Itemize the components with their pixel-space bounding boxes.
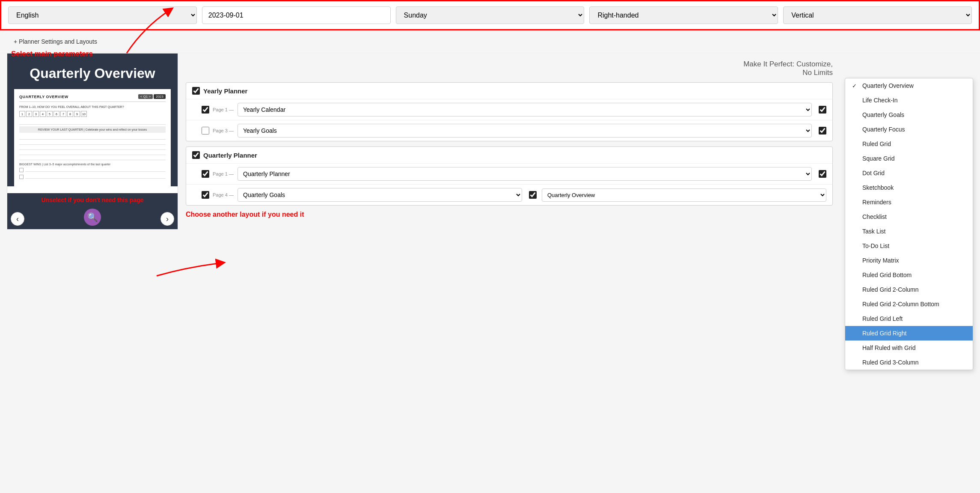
quarterly-planner-checkbox[interactable] <box>192 151 200 159</box>
preview-page-header-label: QUARTERLY OVERVIEW <box>19 95 68 99</box>
next-page-btn[interactable]: › <box>160 212 174 226</box>
dropdown-item-square-grid[interactable]: Square Grid <box>845 151 973 166</box>
quarterly-page1-checkbox[interactable] <box>202 170 209 178</box>
annotation-choose-layout: Choose another layout if you need it <box>186 211 833 218</box>
marketing-text: Make It Perfect: Customize, No Limits <box>186 53 833 82</box>
quarterly-page4-right-checkbox[interactable] <box>529 191 537 199</box>
preview-review-section: REVIEW YOUR LAST QUARTER | Celebrate you… <box>19 126 166 133</box>
orientation-select[interactable]: Vertical Horizontal <box>783 6 972 24</box>
quarterly-page4-select[interactable]: Quarterly Goals Quarterly Overview Quart… <box>238 188 522 202</box>
year-badge: 2023 <box>154 94 166 99</box>
preview-lines <box>19 135 166 160</box>
week-start-select[interactable]: Sunday Monday <box>396 6 585 24</box>
yearly-page1-checkbox[interactable] <box>202 106 209 114</box>
dropdown-item-reminders[interactable]: Reminders <box>845 195 973 209</box>
preview-question: FROM 1–10, HOW DO YOU FEEL OVERALL ABOUT… <box>19 105 166 108</box>
dropdown-item-half-ruled-grid[interactable]: Half Ruled with Grid <box>845 341 973 355</box>
prev-btn[interactable]: < Q1 > <box>138 94 153 99</box>
preview-wins-label: BIGGEST WINS | List 3–5 major accomplish… <box>19 163 166 166</box>
dropdown-item-quarterly-overview[interactable]: Quarterly Overview <box>845 78 973 93</box>
quarterly-page4-checkbox[interactable] <box>202 191 209 199</box>
quarterly-planner-label: Quarterly Planner <box>203 152 257 159</box>
yearly-page3-checkbox[interactable] <box>202 127 209 134</box>
quarterly-planner-header: Quarterly Planner <box>186 147 832 163</box>
yearly-page3-right-checkbox[interactable] <box>819 127 826 134</box>
quarterly-page4-item: Page 4 — Quarterly Goals Quarterly Overv… <box>186 184 832 205</box>
yearly-page3-item: Page 3 — Yearly Goals Yearly Calendar Ye… <box>186 120 832 141</box>
yearly-planner-label: Yearly Planner <box>203 87 247 95</box>
preview-panel: Quarterly Overview QUARTERLY OVERVIEW < … <box>7 53 178 230</box>
preview-page: QUARTERLY OVERVIEW < Q1 > 2023 FROM 1–10… <box>14 89 171 186</box>
quarterly-page1-select[interactable]: Quarterly Planner Quarterly Goals Quarte… <box>238 167 812 181</box>
settings-panel: Make It Perfect: Customize, No Limits Ye… <box>179 53 840 370</box>
dropdown-item-dot-grid[interactable]: Dot Grid <box>845 166 973 180</box>
yearly-page1-item: Page 1 — Yearly Calendar Yearly Goals Ye… <box>186 99 832 120</box>
quarterly-page4-label: Page 4 — <box>213 192 234 197</box>
yearly-planner-header: Yearly Planner <box>186 83 832 99</box>
yearly-page3-select[interactable]: Yearly Goals Yearly Calendar Yearly Over… <box>238 124 812 137</box>
plus-icon: + <box>14 38 17 45</box>
zoom-btn[interactable]: 🔍 <box>84 209 101 226</box>
preview-cb-row2 <box>19 174 166 179</box>
preview-title: Quarterly Overview <box>7 54 178 89</box>
preview-cb-row1 <box>19 167 166 173</box>
quarterly-page4-right-select[interactable]: Quarterly Overview Quarterly Goals <box>542 188 826 202</box>
dropdown-item-ruled-grid-3col[interactable]: Ruled Grid 3-Column <box>845 355 973 370</box>
handedness-select[interactable]: Right-handed Left-handed <box>589 6 778 24</box>
dropdown-item-todo-list[interactable]: To-Do List <box>845 239 973 253</box>
yearly-planner-checkbox[interactable] <box>192 87 200 95</box>
preview-ratings: 12345 678910 <box>19 111 166 117</box>
quarterly-page1-item: Page 1 — Quarterly Planner Quarterly Goa… <box>186 163 832 184</box>
marketing-line2: No Limits <box>186 69 833 77</box>
dropdown-item-ruled-grid-2col[interactable]: Ruled Grid 2-Column <box>845 282 973 297</box>
dropdown-item-life-checkin[interactable]: Life Check-In <box>845 93 973 108</box>
dropdown-item-ruled-grid-2col-bottom[interactable]: Ruled Grid 2-Column Bottom <box>845 297 973 311</box>
marketing-line1: Make It Perfect: Customize, <box>186 60 833 69</box>
dropdown-item-ruled-grid-bottom[interactable]: Ruled Grid Bottom <box>845 268 973 282</box>
quarterly-planner-section: Quarterly Planner Page 1 — Quarterly Pla… <box>186 146 833 206</box>
annotation-unselect: Unselect if you don't need this page <box>14 193 171 203</box>
dropdown-item-ruled-grid-left[interactable]: Ruled Grid Left <box>845 311 973 326</box>
yearly-planner-section: Yearly Planner Page 1 — Yearly Calendar … <box>186 82 833 141</box>
quarterly-page1-right-checkbox[interactable] <box>819 170 826 178</box>
dropdown-item-checklist[interactable]: Checklist <box>845 209 973 224</box>
dropdown-item-task-list[interactable]: Task List <box>845 224 973 239</box>
yearly-page1-select[interactable]: Yearly Calendar Yearly Goals Yearly Over… <box>238 103 812 117</box>
top-settings-bar: English Spanish French Sunday Monday Rig… <box>0 0 980 30</box>
preview-content: QUARTERLY OVERVIEW < Q1 > 2023 FROM 1–10… <box>7 89 178 186</box>
preview-nav: < Q1 > 2023 <box>138 94 166 99</box>
dropdown-item-quarterly-goals[interactable]: Quarterly Goals <box>845 108 973 122</box>
dropdown-item-sketchbook[interactable]: Sketchbook <box>845 180 973 195</box>
planner-settings-link[interactable]: + Planner Settings and Layouts <box>7 34 104 49</box>
dropdown-item-ruled-grid-right[interactable]: Ruled Grid Right <box>845 326 973 341</box>
yearly-page3-label: Page 3 — <box>213 128 234 133</box>
dropdown-item-ruled-grid[interactable]: Ruled Grid <box>845 137 973 151</box>
yearly-page1-right-checkbox[interactable] <box>819 106 826 114</box>
date-input[interactable] <box>202 6 391 24</box>
prev-page-btn[interactable]: ‹ <box>11 212 24 226</box>
yearly-page1-label: Page 1 — <box>213 107 234 112</box>
language-select[interactable]: English Spanish French <box>8 6 197 24</box>
settings-row: + Planner Settings and Layouts <box>0 30 980 53</box>
quarterly-page1-label: Page 1 — <box>213 171 234 176</box>
layout-dropdown-panel: Quarterly Overview Life Check-In Quarter… <box>845 78 973 370</box>
dropdown-item-quarterly-focus[interactable]: Quarterly Focus <box>845 122 973 137</box>
settings-link-label: Planner Settings and Layouts <box>19 38 97 45</box>
main-content-area: Select main parameters Quarterly Overvie… <box>0 53 980 377</box>
dropdown-item-priority-matrix[interactable]: Priority Matrix <box>845 253 973 268</box>
